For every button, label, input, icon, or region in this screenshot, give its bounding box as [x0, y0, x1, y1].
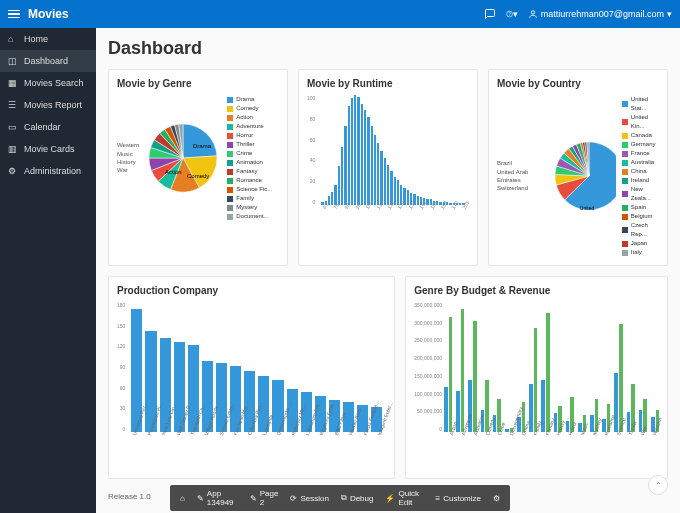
dev-toolbar: ⌂ ✎ App 134949 ✎ Page 2 ⟳ Session ⧉ Debu… [170, 485, 510, 511]
page-title: Dashboard [108, 38, 668, 59]
topbar: Movies ▾ mattiurrehman007@gmail.com ▾ [0, 0, 680, 28]
svg-text:Drama: Drama [193, 143, 212, 149]
help-icon[interactable]: ▾ [506, 8, 518, 20]
sidebar-item-calendar[interactable]: ▭Calendar [0, 116, 96, 138]
home-icon: ⌂ [8, 34, 18, 44]
dev-session[interactable]: ⟳ Session [290, 494, 328, 503]
svg-text:United: United [580, 205, 595, 211]
card-company-title: Production Company [117, 285, 386, 296]
card-budget: Genre By Budget & Revenue 350,000,000300… [405, 276, 668, 479]
company-y-axis: 1801501209060300 [117, 302, 127, 432]
svg-text:Action: Action [165, 169, 182, 175]
dev-page[interactable]: ✎ Page 2 [250, 489, 279, 507]
card-runtime: Movie by Runtime 100806040200 6378909810… [298, 69, 478, 266]
company-x-axis: Universal Pict...Paramount Pi...New Line… [127, 432, 386, 470]
card-country: Movie by Country BrazilUnited Arab Emira… [488, 69, 668, 266]
dev-settings-icon[interactable]: ⚙ [493, 494, 500, 503]
card-runtime-title: Movie by Runtime [307, 78, 469, 89]
sidebar-item-cards[interactable]: ▥Movie Cards [0, 138, 96, 160]
country-outer-labels: BrazilUnited Arab EmiratesSwitzerland [497, 159, 545, 193]
main-content: Dashboard Movie by Genre WesternMusicHis… [96, 28, 680, 513]
runtime-histogram [317, 95, 469, 205]
report-icon: ☰ [8, 100, 18, 110]
brand-title: Movies [28, 7, 69, 21]
dev-app[interactable]: ✎ App 134949 [197, 489, 238, 507]
user-email: mattiurrehman007@gmail.com [541, 9, 664, 19]
calendar-icon: ▭ [8, 122, 18, 132]
genre-legend: DramaComedyActionAdventureHorrorThriller… [227, 95, 272, 221]
admin-icon: ⚙ [8, 166, 18, 176]
budget-y-axis: 350,000,000300,000,000250,000,000200,000… [414, 302, 444, 432]
card-company: Production Company 1801501209060300 Univ… [108, 276, 395, 479]
dashboard-icon: ◫ [8, 56, 18, 66]
dev-quick[interactable]: ⚡ Quick Edit [385, 489, 423, 507]
footer-release: Release 1.0 [108, 492, 151, 501]
budget-x-axis: ActionAdventureAnimationComedyCrimeDocum… [444, 432, 659, 470]
dev-customize[interactable]: ≡ Customize [436, 494, 481, 503]
sidebar-item-dashboard[interactable]: ◫Dashboard [0, 50, 96, 72]
dev-home-icon[interactable]: ⌂ [180, 494, 185, 503]
sidebar-item-search[interactable]: ▦Movies Search [0, 72, 96, 94]
user-menu[interactable]: mattiurrehman007@gmail.com ▾ [528, 9, 672, 19]
card-country-title: Movie by Country [497, 78, 659, 89]
svg-text:Comedy: Comedy [187, 173, 209, 179]
svg-point-2 [531, 11, 534, 14]
genre-pie-chart: DramaComedyAction [145, 120, 221, 196]
sidebar-item-home[interactable]: ⌂Home [0, 28, 96, 50]
menu-icon[interactable] [8, 10, 20, 19]
dev-debug[interactable]: ⧉ Debug [341, 493, 374, 503]
card-genre-title: Movie by Genre [117, 78, 279, 89]
sidebar-item-report[interactable]: ☰Movies Report [0, 94, 96, 116]
country-legend: United Stat...United Kin...CanadaGermany… [622, 95, 659, 257]
cards-icon: ▥ [8, 144, 18, 154]
genre-outer-labels: WesternMusicHistoryWar [117, 141, 139, 175]
budget-grouped-chart [444, 302, 659, 432]
country-pie-chart: United [551, 138, 616, 214]
sidebar: ⌂Home ◫Dashboard ▦Movies Search ☰Movies … [0, 28, 96, 513]
runtime-y-axis: 100806040200 [307, 95, 317, 205]
card-budget-title: Genre By Budget & Revenue [414, 285, 659, 296]
card-genre: Movie by Genre WesternMusicHistoryWar Dr… [108, 69, 288, 266]
scroll-top-button[interactable]: ⌃ [648, 475, 668, 495]
search-icon: ▦ [8, 78, 18, 88]
sidebar-item-admin[interactable]: ⚙Administration [0, 160, 96, 182]
chat-icon[interactable] [484, 8, 496, 20]
runtime-x-axis: 63789098106114122130138146154162170201 [317, 205, 469, 213]
